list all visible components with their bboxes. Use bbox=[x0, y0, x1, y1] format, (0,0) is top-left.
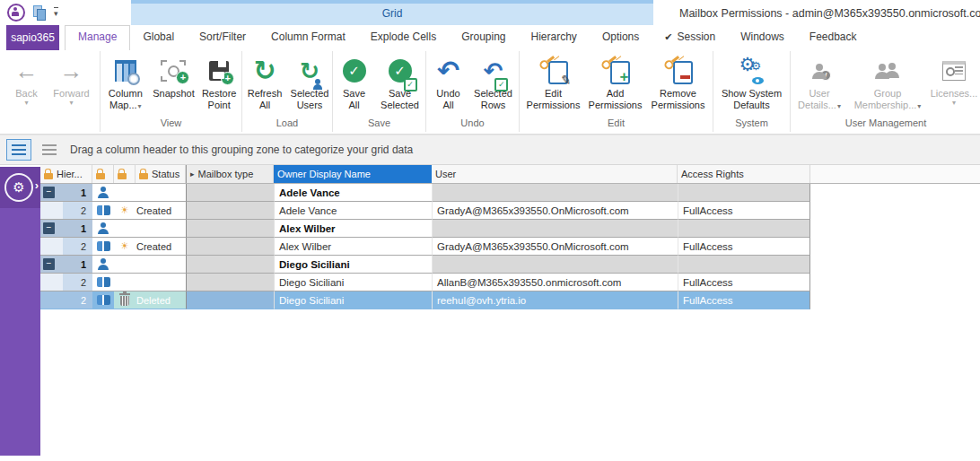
table-row-group[interactable]: −1 Diego Siciliani bbox=[40, 256, 980, 274]
header-locked-1[interactable] bbox=[92, 165, 114, 183]
mailbox-type-cell bbox=[186, 184, 274, 202]
show-system-defaults-button[interactable]: ⚙⚙ Show SystemDefaults bbox=[714, 51, 790, 110]
person-icon bbox=[98, 222, 109, 234]
back-button[interactable]: ← Back ▾ bbox=[5, 51, 48, 107]
refresh-all-button[interactable]: ↻ RefreshAll bbox=[242, 51, 287, 110]
tab-sapio365[interactable]: sapio365 bbox=[6, 25, 59, 50]
group-label: Save bbox=[333, 117, 425, 132]
tab-windows[interactable]: Windows bbox=[728, 25, 797, 49]
mailbox-type-cell bbox=[186, 291, 274, 309]
tab-session-label: Session bbox=[677, 30, 715, 43]
refresh-selected-users-button[interactable]: ↻ SelectedUsers bbox=[287, 51, 332, 110]
collapse-button[interactable]: − bbox=[43, 187, 55, 198]
tab-options[interactable]: Options bbox=[590, 25, 652, 49]
add-permissions-button[interactable]: + AddPermissions bbox=[585, 51, 646, 110]
undo-selected-rows-button[interactable]: ↶✓ SelectedRows bbox=[469, 51, 518, 110]
lock-icon bbox=[139, 169, 148, 179]
status-icon-cell bbox=[114, 291, 136, 309]
ribbon-group-save: ✓ SaveAll ✓✓ SaveSelected Save bbox=[333, 51, 426, 132]
plus-badge-icon: + bbox=[221, 72, 234, 85]
owner-cell: Diego Siciliani bbox=[274, 274, 432, 291]
contact-card-icon bbox=[97, 241, 110, 251]
tab-column-format[interactable]: Column Format bbox=[258, 25, 358, 49]
restore-point-icon: + bbox=[209, 61, 229, 81]
table-row-group[interactable]: −1 Alex Wilber bbox=[40, 220, 980, 238]
flat-view-button[interactable] bbox=[37, 139, 62, 161]
hierarchy-cell: 2 bbox=[40, 202, 92, 220]
group-label: System bbox=[713, 117, 790, 132]
table-row[interactable]: 2 ☀ Created Adele Vance GradyA@M365x3935… bbox=[40, 202, 980, 220]
tab-sort-filter[interactable]: Sort/Filter bbox=[187, 25, 258, 49]
dropdown-icon: ▾ bbox=[69, 100, 73, 107]
row-type-cell bbox=[92, 184, 114, 202]
refresh-icon: ↻ bbox=[253, 57, 276, 84]
restore-point-button[interactable]: + RestorePoint bbox=[197, 51, 241, 110]
lock-icon bbox=[96, 169, 105, 179]
chevron-right-icon[interactable]: › bbox=[35, 178, 39, 192]
table-row[interactable]: 2 Diego Siciliani AllanB@M365x393550.onm… bbox=[40, 274, 980, 291]
hierarchy-cell: 2 bbox=[40, 274, 92, 291]
undo-icon: ↶ bbox=[437, 57, 459, 84]
filler-cell bbox=[810, 274, 980, 291]
collapse-button[interactable]: − bbox=[43, 222, 55, 234]
ribbon-group-undo: ↶ UndoAll ↶✓ SelectedRows Undo bbox=[426, 51, 520, 132]
licenses-button[interactable]: Licenses... ▾ bbox=[927, 51, 980, 107]
group-view-button[interactable] bbox=[6, 139, 31, 161]
hierarchy-cell: 2 bbox=[40, 238, 92, 256]
group-label: View bbox=[101, 117, 241, 132]
save-check-icon: ✓ bbox=[343, 59, 366, 83]
user-cell: AllanB@M365x393550.onmicrosoft.com bbox=[432, 274, 678, 291]
forward-icon: → bbox=[60, 59, 83, 83]
tab-explode-cells[interactable]: Explode Cells bbox=[358, 25, 449, 49]
table-row-group[interactable]: −1 Adele Vance bbox=[40, 184, 980, 202]
cascade-windows-icon[interactable] bbox=[33, 5, 46, 20]
settings-sync-icon[interactable]: ⚙ bbox=[4, 173, 33, 202]
save-all-button[interactable]: ✓ SaveAll bbox=[334, 51, 375, 110]
row-type-cell bbox=[92, 220, 114, 238]
header-status[interactable]: Status bbox=[136, 165, 186, 183]
grouping-zone-hint: Drag a column header to this grouping zo… bbox=[70, 135, 413, 164]
plus-badge-icon: + bbox=[176, 71, 189, 84]
collapse-button[interactable]: − bbox=[43, 258, 55, 270]
tab-session[interactable]: ✔Session bbox=[652, 25, 728, 49]
tab-manage[interactable]: Manage bbox=[65, 25, 130, 50]
save-selected-button[interactable]: ✓✓ SaveSelected bbox=[375, 51, 425, 110]
access-rights-cell: FullAccess bbox=[678, 291, 810, 309]
tab-feedback[interactable]: Feedback bbox=[797, 25, 870, 49]
dropdown-icon: ▾ bbox=[138, 102, 142, 110]
remove-permissions-button[interactable]: RemovePermissions bbox=[646, 51, 711, 110]
window-title: Mailbox Permissions - admin@M365x393550.… bbox=[664, 0, 980, 25]
header-mailbox-type[interactable]: ▸Mailbox type bbox=[186, 165, 274, 183]
user-cell bbox=[432, 256, 678, 274]
contact-card-icon bbox=[97, 205, 110, 215]
qat-dropdown-icon[interactable]: ▾ bbox=[54, 7, 58, 18]
column-map-button[interactable]: Column Map...▾ bbox=[101, 51, 151, 112]
tab-global[interactable]: Global bbox=[130, 25, 187, 49]
edit-permissions-button[interactable]: ✎ EditPermissions bbox=[522, 51, 585, 110]
mailbox-type-cell bbox=[186, 256, 274, 274]
status-cell: Created bbox=[136, 238, 186, 256]
row-type-cell bbox=[92, 256, 114, 274]
owner-cell: Alex Wilber bbox=[274, 220, 432, 238]
owner-cell: Adele Vance bbox=[274, 202, 432, 220]
header-user[interactable]: User bbox=[432, 165, 678, 183]
tab-grouping[interactable]: Grouping bbox=[449, 25, 518, 49]
snapshot-button[interactable]: + Snapshot bbox=[151, 51, 197, 100]
header-locked-2[interactable] bbox=[114, 165, 136, 183]
ribbon-tab-row: sapio365 Manage Global Sort/Filter Colum… bbox=[0, 25, 980, 50]
undo-all-button[interactable]: ↶ UndoAll bbox=[428, 51, 469, 110]
table-row-selected[interactable]: 2 Deleted Diego Siciliani reehul@ovh.ytr… bbox=[40, 291, 980, 309]
ribbon-group-navigation: ← Back ▾ → Forward ▾ bbox=[0, 51, 101, 132]
owner-cell: Adele Vance bbox=[274, 184, 432, 202]
group-membership-button[interactable]: Group Membership...▾ bbox=[848, 51, 927, 112]
tab-hierarchy[interactable]: Hierarchy bbox=[519, 25, 590, 49]
group-label: Load bbox=[242, 117, 332, 132]
header-owner-display-name[interactable]: Owner Display Name bbox=[274, 165, 432, 183]
access-rights-cell bbox=[678, 184, 810, 202]
table-row[interactable]: 2 ☀ Created Alex Wilber GradyA@M365x3935… bbox=[40, 238, 980, 256]
status-cell: Deleted bbox=[136, 291, 186, 309]
forward-button[interactable]: → Forward ▾ bbox=[48, 51, 95, 107]
user-details-button[interactable]: i User Details...▾ bbox=[791, 51, 848, 112]
header-access-rights[interactable]: Access Rights bbox=[678, 165, 810, 183]
header-hierarchy[interactable]: Hier... bbox=[40, 165, 92, 183]
